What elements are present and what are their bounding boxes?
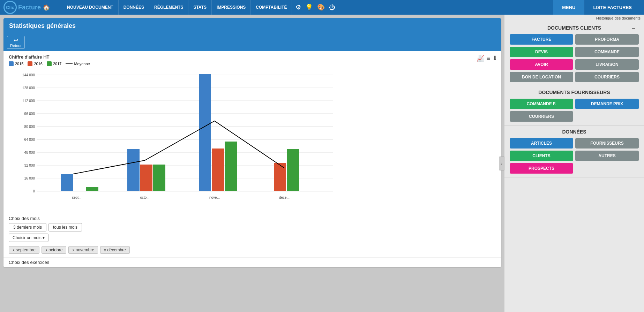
main-layout: Statistiques générales ↩ Retour 📈 ≡ ⬇ Ch… [0,15,644,312]
palette-icon[interactable]: 🎨 [317,3,325,11]
back-button[interactable]: ↩ Retour [7,36,25,49]
exercice-filter-section: Choix des exercices [3,257,501,267]
settings-icon[interactable]: ⚙ [295,3,301,11]
bar-octo-2017 [153,165,165,191]
avoir-btn[interactable]: AVOIR [510,59,573,70]
documents-clients-grid: FACTURE PROFORMA DEVIS COMMANDE AVOIR LI… [510,34,639,82]
donnees-section: DONNÉES ARTICLES FOURNISSEURS CLIENTS AU… [504,125,644,177]
bar-dece-2017 [287,149,299,191]
courriers-clients-btn[interactable]: COURRIERS [575,72,639,82]
svg-text:32 000: 32 000 [24,163,35,167]
legend-label-moyenne: Moyenne [74,62,90,66]
exercice-filter-label: Choix des exercices [9,260,49,265]
choose-month-select[interactable]: Choisir un mois ▾ [9,234,48,242]
tag-septembre[interactable]: x septembre [9,246,39,254]
legend-box-2016 [28,61,32,66]
card-header: Statistiques générales [3,18,501,34]
bar-octo-2016 [140,165,152,191]
line-chart-icon[interactable]: 📈 [477,54,484,62]
svg-text:48 000: 48 000 [24,151,35,154]
home-icon[interactable]: 🏠 [43,4,50,11]
commande-btn[interactable]: COMMANDE [575,47,639,57]
average-line [73,121,284,174]
svg-text:nove...: nove... [209,196,220,199]
commande-f-btn[interactable]: COMMANDE F. [510,99,573,109]
svg-text:112 000: 112 000 [22,99,35,103]
collapse-button[interactable]: › [499,157,504,170]
clients-btn[interactable]: CLIENTS [510,151,573,161]
nav-impressions[interactable]: IMPRESSIONS [212,0,251,15]
tag-decembre[interactable]: x décembre [100,246,130,254]
bar-nove-2015 [199,74,211,191]
documents-fournisseurs-section: DOCUMENTS FOURNISSEURS COMMANDE F. DEMAN… [504,86,644,125]
courriers-fournisseurs-btn[interactable]: COURRIERS [510,111,573,122]
donnees-grid: ARTICLES FOURNISSEURS CLIENTS AUTRES PRO… [510,138,639,174]
livraison-btn[interactable]: LIVRAISON [575,59,639,70]
liste-factures-button[interactable]: LISTE FACTURES [584,0,641,15]
legend-line-moyenne [66,63,73,64]
month-tags: x septembre x octobre x novembre x décem… [9,246,496,254]
nav-comptabilite[interactable]: COMPTABILITÉ [251,0,292,15]
left-content: Statistiques générales ↩ Retour 📈 ≡ ⬇ Ch… [0,15,504,312]
power-icon[interactable]: ⏻ [329,4,335,11]
documents-fournisseurs-title: DOCUMENTS FOURNISSEURS [510,90,639,95]
svg-text:144 000: 144 000 [22,73,35,77]
legend-box-2017 [47,61,52,66]
logo-area: Clic Facture 🏠 [3,1,55,14]
legend-label-2015: 2015 [15,62,23,66]
documents-clients-section: DOCUMENTS CLIENTS – FACTURE PROFORMA DEV… [504,22,644,86]
download-icon[interactable]: ⬇ [492,54,497,62]
month-filter-section: Choix des mois 3 derniers mois tous les … [3,212,501,257]
bar-octo-2015 [127,149,140,191]
top-nav: Clic Facture 🏠 NOUVEAU DOCUMENT DONNÉES … [0,0,644,15]
svg-text:80 000: 80 000 [24,125,35,129]
chart-toolbar: 📈 ≡ ⬇ [477,54,497,62]
nav-items: NOUVEAU DOCUMENT DONNÉES RÈGLEMENTS STAT… [62,0,553,15]
svg-text:déce...: déce... [279,196,290,199]
bar-nove-2016 [212,149,224,191]
legend-label-2017: 2017 [53,62,61,66]
tag-octobre[interactable]: x octobre [42,246,66,254]
articles-btn[interactable]: ARTICLES [510,138,573,149]
devis-btn[interactable]: DEVIS [510,47,573,57]
choose-month-label: Choisir un mois [13,235,42,240]
svg-text:64 000: 64 000 [24,138,35,142]
legend-2017: 2017 [47,61,61,66]
proforma-btn[interactable]: PROFORMA [575,34,639,45]
bon-location-btn[interactable]: BON DE LOCATION [510,72,573,82]
card-subheader: ↩ Retour [3,34,501,51]
logo-icon: Clic [3,1,17,14]
month-filter-label: Choix des mois [9,216,496,221]
last-3-months-button[interactable]: 3 derniers mois [9,223,46,231]
nav-right: MENU LISTE FACTURES [553,0,641,15]
facture-btn[interactable]: FACTURE [510,34,573,45]
minimize-clients-icon[interactable]: – [632,25,635,31]
legend-2016: 2016 [28,61,42,66]
nav-reglements[interactable]: RÈGLEMENTS [149,0,188,15]
tag-novembre[interactable]: x novembre [68,246,98,254]
bar-dece-2016 [274,163,286,191]
chart-area: 📈 ≡ ⬇ Chiffre d'affaire HT 2015 2016 [3,51,501,212]
demande-prix-btn[interactable]: DEMANDE PRIX [575,99,639,109]
all-months-button[interactable]: tous les mois [48,223,82,231]
bar-sept-2015 [61,174,73,191]
chart-legend: 2015 2016 2017 Moyenne [9,61,496,66]
page-title: Statistiques générales [9,22,76,29]
svg-text:0: 0 [33,189,35,193]
menu-button[interactable]: MENU [553,0,584,15]
documents-fournisseurs-grid: COMMANDE F. DEMANDE PRIX COURRIERS [510,99,639,122]
fournisseurs-btn[interactable]: FOURNISSEURS [575,138,639,149]
nav-donnees[interactable]: DONNÉES [119,0,149,15]
month-btn-group: 3 derniers mois tous les mois [9,223,496,231]
back-arrow-icon: ↩ [14,37,18,44]
list-icon[interactable]: ≡ [486,55,490,62]
chart-svg: 144 000 128 000 112 000 96 000 80 000 64… [9,68,344,207]
lightbulb-icon[interactable]: 💡 [305,3,313,11]
nav-stats[interactable]: STATS [188,0,212,15]
nav-nouveau-document[interactable]: NOUVEAU DOCUMENT [62,0,119,15]
autres-btn[interactable]: AUTRES [575,151,639,161]
svg-text:16 000: 16 000 [24,176,35,180]
bar-sept-2017 [86,187,98,191]
prospects-btn[interactable]: PROSPECTS [510,163,573,174]
right-panel: Historique des documents › DOCUMENTS CLI… [504,15,644,312]
